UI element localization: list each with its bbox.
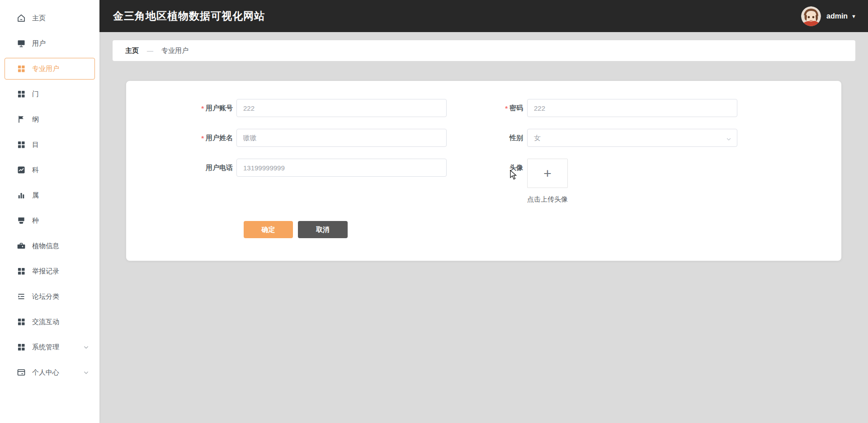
breadcrumb-home-link[interactable]: 主页 — [125, 47, 139, 55]
grid-icon — [17, 140, 26, 149]
user-menu[interactable]: admin ▼ — [801, 6, 856, 26]
monitor-icon — [17, 39, 26, 48]
grid-icon — [17, 89, 26, 99]
cancel-button[interactable]: 取消 — [298, 221, 348, 238]
sidebar-item-2[interactable]: 专业用户 — [5, 58, 95, 80]
required-asterisk: * — [505, 104, 508, 112]
sidebar-item-13[interactable]: 系统管理 — [5, 334, 95, 360]
sidebar-item-label: 科 — [32, 166, 39, 174]
caret-down-icon: ▼ — [851, 14, 856, 19]
sidebar-item-label: 交流互动 — [32, 318, 59, 326]
sidebar-item-8[interactable]: 种 — [5, 208, 95, 233]
sidebar-item-label: 论坛分类 — [32, 292, 59, 301]
password-input[interactable] — [527, 99, 737, 117]
grid-icon — [17, 64, 26, 73]
form-actions: 确定 取消 — [244, 221, 841, 238]
sidebar-item-14[interactable]: 个人中心 — [5, 360, 95, 385]
phone-input[interactable] — [236, 159, 447, 177]
breadcrumb: 主页 — 专业用户 — [113, 40, 855, 61]
chevron-down-icon — [83, 370, 89, 376]
phone-label: 用户电话 — [126, 159, 236, 177]
form-row: * 用户姓名 性别 女 — [126, 129, 841, 147]
required-asterisk: * — [201, 134, 204, 142]
sidebar-item-label: 个人中心 — [32, 368, 59, 377]
gender-select-value: 女 — [534, 134, 541, 142]
account-input[interactable] — [236, 99, 447, 117]
sidebar-item-5[interactable]: 目 — [5, 132, 95, 157]
confirm-button[interactable]: 确定 — [244, 221, 293, 238]
sidebar-item-label: 纲 — [32, 115, 39, 124]
main-column: 金三角地区植物数据可视化网站 — [99, 0, 868, 423]
app-root: 主页用户专业用户门纲目科属种植物信息举报记录论坛分类交流互动系统管理个人中心 金… — [0, 0, 868, 423]
grid-icon — [17, 343, 26, 352]
content-area: 主页 — 专业用户 * 用户账号 * 密码 — [99, 32, 868, 423]
avatar-upload-wrap: + 点击上传头像 — [527, 159, 584, 204]
outdent-icon — [17, 292, 26, 301]
sidebar-item-label: 专业用户 — [32, 65, 59, 73]
sidebar-item-label: 种 — [32, 216, 39, 225]
sidebar-item-label: 系统管理 — [32, 343, 59, 352]
gender-select[interactable]: 女 — [527, 129, 737, 147]
sidebar-item-3[interactable]: 门 — [5, 81, 95, 107]
breadcrumb-current: 专业用户 — [161, 47, 189, 55]
sidebar-item-label: 主页 — [32, 14, 46, 23]
sidebar-item-10[interactable]: 举报记录 — [5, 258, 95, 284]
page-title: 金三角地区植物数据可视化网站 — [113, 9, 265, 23]
username-label: admin — [826, 12, 848, 20]
sidebar-item-label: 属 — [32, 191, 39, 200]
grid-icon — [17, 317, 26, 326]
sidebar-item-11[interactable]: 论坛分类 — [5, 284, 95, 309]
card-icon — [17, 368, 26, 377]
briefcase-icon — [17, 241, 26, 250]
archive-icon — [17, 216, 26, 225]
grid-icon — [17, 267, 26, 276]
gender-label: 性别 — [447, 129, 527, 147]
avatar-upload-label: 头像 — [447, 159, 527, 177]
breadcrumb-separator: — — [147, 47, 153, 54]
form-row: 用户电话 头像 + 点击上传头像 — [126, 159, 841, 204]
sidebar-item-6[interactable]: 科 — [5, 157, 95, 183]
sidebar-item-0[interactable]: 主页 — [5, 5, 95, 31]
sidebar-item-label: 用户 — [32, 39, 46, 48]
avatar-upload-box[interactable]: + — [527, 159, 568, 188]
sidebar-item-1[interactable]: 用户 — [5, 31, 95, 56]
name-label: * 用户姓名 — [126, 129, 236, 147]
bar-chart-icon — [17, 191, 26, 200]
form-card: * 用户账号 * 密码 * 用户姓名 — [126, 81, 841, 261]
form-row: * 用户账号 * 密码 — [126, 99, 841, 117]
sidebar-item-label: 植物信息 — [32, 242, 59, 250]
account-label: * 用户账号 — [126, 99, 236, 117]
top-header: 金三角地区植物数据可视化网站 — [99, 0, 868, 32]
required-asterisk: * — [201, 104, 204, 112]
sidebar-item-12[interactable]: 交流互动 — [5, 309, 95, 334]
name-input[interactable] — [236, 129, 447, 147]
chevron-down-icon — [726, 136, 731, 143]
home-icon — [17, 14, 26, 23]
sidebar-item-label: 目 — [32, 141, 39, 149]
password-label: * 密码 — [447, 99, 527, 117]
sidebar-item-9[interactable]: 植物信息 — [5, 233, 95, 258]
sidebar-item-label: 门 — [32, 90, 39, 99]
sidebar: 主页用户专业用户门纲目科属种植物信息举报记录论坛分类交流互动系统管理个人中心 — [0, 0, 99, 423]
flag-icon — [17, 115, 26, 124]
chevron-down-icon — [83, 344, 89, 350]
sidebar-item-label: 举报记录 — [32, 267, 59, 276]
trend-chart-icon — [17, 165, 26, 174]
avatar[interactable] — [801, 6, 821, 26]
sidebar-item-4[interactable]: 纲 — [5, 107, 95, 132]
avatar-upload-hint: 点击上传头像 — [511, 195, 584, 204]
plus-icon: + — [543, 167, 552, 180]
sidebar-item-7[interactable]: 属 — [5, 183, 95, 208]
